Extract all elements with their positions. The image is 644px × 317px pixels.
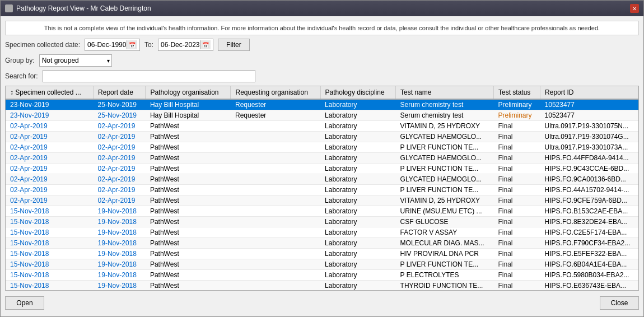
col-req-org[interactable]: Requesting organisation: [231, 86, 320, 99]
table-row[interactable]: 15-Nov-2018 19-Nov-2018 PathWest Laborat…: [6, 238, 638, 249]
table-row[interactable]: 02-Apr-2019 02-Apr-2019 PathWest Laborat…: [6, 142, 638, 153]
table-row[interactable]: 15-Nov-2018 19-Nov-2018 PathWest Laborat…: [6, 227, 638, 238]
filter-button[interactable]: Filter: [218, 39, 250, 51]
cell-discipline: Laboratory: [320, 270, 396, 281]
table-row[interactable]: 02-Apr-2019 02-Apr-2019 PathWest Laborat…: [6, 174, 638, 185]
table-row[interactable]: 02-Apr-2019 02-Apr-2019 PathWest Laborat…: [6, 195, 638, 206]
cell-specimen-date: 02-Apr-2019: [6, 153, 94, 164]
cell-req-org: [231, 153, 320, 164]
cell-test-status: Final: [493, 281, 540, 291]
cell-discipline: Laboratory: [320, 164, 396, 174]
cell-path-org: Hay Bill Hospital: [146, 110, 231, 121]
cell-test-name: P LIVER FUNCTION TE...: [396, 164, 494, 174]
col-discipline[interactable]: Pathology discipline: [320, 86, 396, 99]
cell-specimen-date: 23-Nov-2019: [6, 99, 94, 110]
close-button[interactable]: Close: [600, 296, 639, 310]
cell-test-name: URINE (MSU,EMU ETC) ...: [396, 206, 494, 217]
col-test-name[interactable]: Test name: [396, 86, 494, 99]
cell-test-name: CSF GLUCOSE: [396, 217, 494, 227]
cell-discipline: Laboratory: [320, 195, 396, 206]
cell-path-org: PathWest: [146, 270, 231, 281]
results-table-container[interactable]: ↕ Specimen collected ... Report date Pat…: [5, 86, 639, 291]
cell-test-status: Final: [493, 259, 540, 270]
table-row[interactable]: 15-Nov-2018 19-Nov-2018 PathWest Laborat…: [6, 206, 638, 217]
cell-test-name: VITAMIN D, 25 HYDROXY: [396, 121, 494, 132]
table-row[interactable]: 02-Apr-2019 02-Apr-2019 PathWest Laborat…: [6, 185, 638, 195]
table-row[interactable]: 15-Nov-2018 19-Nov-2018 PathWest Laborat…: [6, 249, 638, 259]
table-row[interactable]: 15-Nov-2018 19-Nov-2018 PathWest Laborat…: [6, 217, 638, 227]
group-by-label: Group by:: [5, 57, 35, 64]
cell-report-date: 02-Apr-2019: [94, 185, 146, 195]
cell-path-org: PathWest: [146, 227, 231, 238]
col-specimen-date[interactable]: ↕ Specimen collected ...: [6, 86, 94, 99]
col-report-id[interactable]: Report ID: [540, 86, 638, 99]
cell-discipline: Laboratory: [320, 153, 396, 164]
cell-report-date: 19-Nov-2018: [94, 217, 146, 227]
cell-path-org: PathWest: [146, 164, 231, 174]
col-path-org[interactable]: Pathology organisation: [146, 86, 231, 99]
cell-report-date: 25-Nov-2019: [94, 99, 146, 110]
cell-specimen-date: 15-Nov-2018: [6, 217, 94, 227]
group-by-row: Group by: Not grouped: [5, 54, 639, 67]
notice-text: This is not a complete view of the indiv…: [44, 25, 600, 31]
date-from-calendar-button[interactable]: 📅: [127, 40, 137, 49]
cell-req-org: [231, 270, 320, 281]
main-window: Pathology Report View - Mr Caleb Derring…: [0, 0, 644, 317]
cell-specimen-date: 15-Nov-2018: [6, 249, 94, 259]
date-from-input[interactable]: [87, 41, 127, 49]
table-row[interactable]: 02-Apr-2019 02-Apr-2019 PathWest Laborat…: [6, 121, 638, 132]
cell-path-org: PathWest: [146, 195, 231, 206]
cell-test-status: Final: [493, 185, 540, 195]
search-input[interactable]: [43, 70, 255, 82]
cell-discipline: Laboratory: [320, 281, 396, 291]
cell-report-id: HIPS.FO.6B04A1E4-EBA...: [540, 259, 638, 270]
cell-path-org: PathWest: [146, 153, 231, 164]
cell-report-date: 02-Apr-2019: [94, 121, 146, 132]
cell-test-status: Final: [493, 227, 540, 238]
col-report-date[interactable]: Report date: [94, 86, 146, 99]
cell-report-date: 19-Nov-2018: [94, 270, 146, 281]
cell-report-id: 10523477: [540, 110, 638, 121]
cell-discipline: Laboratory: [320, 132, 396, 142]
table-row[interactable]: 02-Apr-2019 02-Apr-2019 PathWest Laborat…: [6, 153, 638, 164]
cell-report-date: 19-Nov-2018: [94, 206, 146, 217]
cell-req-org: Requester: [231, 110, 320, 121]
table-row[interactable]: 23-Nov-2019 25-Nov-2019 Hay Bill Hospita…: [6, 110, 638, 121]
cell-test-status: Final: [493, 121, 540, 132]
content-area: This is not a complete view of the indiv…: [1, 16, 643, 316]
cell-test-name: P LIVER FUNCTION TE...: [396, 142, 494, 153]
table-row[interactable]: 23-Nov-2019 25-Nov-2019 Hay Bill Hospita…: [6, 99, 638, 110]
table-row[interactable]: 02-Apr-2019 02-Apr-2019 PathWest Laborat…: [6, 164, 638, 174]
cell-test-name: Serum chemistry test: [396, 110, 494, 121]
cell-test-status: Final: [493, 132, 540, 142]
cell-discipline: Laboratory: [320, 227, 396, 238]
cell-path-org: PathWest: [146, 121, 231, 132]
cell-discipline: Laboratory: [320, 121, 396, 132]
cell-discipline: Laboratory: [320, 217, 396, 227]
app-icon: [5, 4, 13, 12]
cell-report-date: 19-Nov-2018: [94, 259, 146, 270]
table-row[interactable]: 15-Nov-2018 19-Nov-2018 PathWest Laborat…: [6, 281, 638, 291]
table-row[interactable]: 15-Nov-2018 19-Nov-2018 PathWest Laborat…: [6, 259, 638, 270]
cell-path-org: PathWest: [146, 185, 231, 195]
col-test-status[interactable]: Test status: [493, 86, 540, 99]
cell-report-date: 19-Nov-2018: [94, 227, 146, 238]
date-to-input[interactable]: [161, 41, 200, 49]
cell-report-id: 10523477: [540, 99, 638, 110]
close-window-button[interactable]: ✕: [630, 4, 639, 13]
cell-report-id: HIPS.FO.E636743E-EBA...: [540, 281, 638, 291]
cell-path-org: PathWest: [146, 249, 231, 259]
cell-report-id: HIPS.FO.9CA00136-6BD...: [540, 174, 638, 185]
table-row[interactable]: 02-Apr-2019 02-Apr-2019 PathWest Laborat…: [6, 132, 638, 142]
cell-specimen-date: 15-Nov-2018: [6, 270, 94, 281]
cell-test-status: Final: [493, 249, 540, 259]
table-row[interactable]: 15-Nov-2018 19-Nov-2018 PathWest Laborat…: [6, 270, 638, 281]
cell-path-org: PathWest: [146, 281, 231, 291]
date-to-calendar-button[interactable]: 📅: [200, 40, 211, 49]
cell-test-status: Final: [493, 217, 540, 227]
cell-req-org: [231, 217, 320, 227]
group-by-select[interactable]: Not grouped: [39, 54, 112, 67]
cell-test-status: Final: [493, 195, 540, 206]
open-button[interactable]: Open: [5, 296, 44, 310]
cell-discipline: Laboratory: [320, 174, 396, 185]
